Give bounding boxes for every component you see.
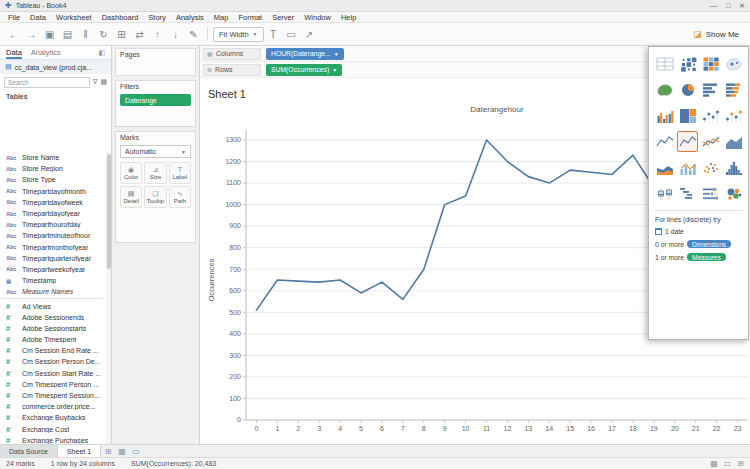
view-options-icon[interactable]: ▦ — [100, 78, 107, 86]
field-timepartquarterofyear[interactable]: AbcTimepartquarterofyear — [0, 253, 106, 264]
pause-auto-updates-button[interactable]: ‖ — [77, 26, 94, 43]
marks-label-button[interactable]: TLabel — [169, 162, 191, 184]
menu-file[interactable]: File — [3, 13, 25, 22]
show-mark-labels-button[interactable]: T — [265, 26, 282, 43]
showme-side-by-side-circles[interactable] — [723, 105, 744, 126]
marks-detail-button[interactable]: ▤Detail — [120, 186, 142, 208]
showme-heat-maps[interactable] — [677, 53, 698, 74]
field-timepartdayofmonth[interactable]: AbcTimepartdayofmonth — [0, 186, 106, 197]
show-filmstrip-icon[interactable]: ▭ — [724, 459, 732, 468]
marks-color-button[interactable]: ◉Color — [120, 162, 142, 184]
showme-treemaps[interactable] — [677, 105, 698, 126]
search-input[interactable] — [4, 77, 90, 88]
showme-dual-lines[interactable] — [700, 131, 721, 152]
mark-type-dropdown[interactable]: Automatic ▼ — [120, 145, 191, 158]
marks-path-button[interactable]: ∿Path — [169, 186, 191, 208]
pill-hour-daterange[interactable]: HOUR(Daterange... ▼ — [266, 48, 344, 60]
showme-lines-discrete[interactable] — [677, 131, 698, 152]
field-exchange-buybacks[interactable]: #Exchange Buybacks — [0, 412, 106, 423]
save-button[interactable]: ▣ — [41, 26, 58, 43]
menu-analysis[interactable]: Analysis — [171, 13, 209, 22]
scrollbar-thumb[interactable] — [107, 154, 111, 269]
menu-server[interactable]: Server — [267, 13, 299, 22]
show-me-button[interactable]: ◪ Show Me — [687, 27, 745, 41]
filter-funnel-icon[interactable]: ∇ — [93, 78, 98, 86]
field-store-region[interactable]: AbcStore Region — [0, 163, 106, 174]
field-timeparthourofday[interactable]: AbcTimeparthourofday — [0, 219, 106, 230]
menu-map[interactable]: Map — [209, 13, 234, 22]
share-button[interactable]: ↗ — [301, 26, 318, 43]
tab-analytics[interactable]: Analytics — [31, 46, 61, 59]
showme-highlight-tables[interactable] — [700, 53, 721, 74]
marks-tooltip-button[interactable]: ❏Tooltip — [144, 186, 166, 208]
showme-text-tables[interactable] — [654, 53, 675, 74]
field-exchange-purchases[interactable]: #Exchange Purchases — [0, 435, 106, 444]
pages-card[interactable]: Pages — [115, 48, 196, 76]
field-list-scrollbar[interactable] — [106, 152, 111, 444]
showme-stacked-bars[interactable] — [723, 79, 744, 100]
field-measure-names[interactable]: AbcMeasure Names — [0, 286, 106, 297]
datasource-row[interactable]: ▤ cc_data_view (prod.cja... — [0, 60, 111, 74]
tab-data-source[interactable]: Data Source — [0, 445, 58, 457]
show-sheet-sorter-icon[interactable]: ⊞ — [737, 459, 744, 468]
menu-dashboard[interactable]: Dashboard — [97, 13, 144, 22]
maximize-button[interactable]: □ — [726, 2, 730, 10]
field-adobe-timespent[interactable]: #Adobe Timespent — [0, 334, 106, 345]
menu-format[interactable]: Format — [233, 13, 267, 22]
sort-ascending-button[interactable]: ↑ — [149, 26, 166, 43]
field-timepartweekofyear[interactable]: AbcTimepartweekofyear — [0, 264, 106, 275]
fit-selector[interactable]: Fit Width ▼ — [213, 27, 264, 42]
show-tabs-icon[interactable]: ▦ — [710, 459, 718, 468]
field-timepartmonthofyear[interactable]: AbcTimepartmonthofyear — [0, 242, 106, 253]
field-cm-timespent-person[interactable]: #Cm Timespent Person ... — [0, 379, 106, 390]
showme-dual-combination[interactable] — [677, 157, 698, 178]
menu-worksheet[interactable]: Worksheet — [51, 13, 97, 22]
minimize-button[interactable]: — — [710, 2, 717, 10]
tab-sheet-1[interactable]: Sheet 1 — [58, 445, 101, 457]
showme-gantt[interactable] — [677, 183, 698, 204]
showme-histogram[interactable] — [723, 157, 744, 178]
new-story-icon[interactable]: ▭ — [129, 445, 143, 457]
highlight-button[interactable]: ✎ — [185, 26, 202, 43]
field-timepartminuteofhour[interactable]: AbcTimepartminuteofhour — [0, 230, 106, 241]
field-store-name[interactable]: AbcStore Name — [0, 152, 106, 163]
add-data-source-button[interactable]: ▤ — [59, 26, 76, 43]
field-timestamp[interactable]: ▦Timestamp — [0, 275, 106, 286]
run-auto-updates-button[interactable]: ↻ — [95, 26, 112, 43]
filter-pill-daterange[interactable]: Daterange — [120, 94, 191, 106]
new-worksheet-button[interactable]: ⊞ — [113, 26, 130, 43]
showme-filled-maps[interactable] — [654, 79, 675, 100]
presentation-mode-button[interactable]: ▭ — [283, 26, 300, 43]
close-button[interactable]: ✕ — [739, 2, 745, 10]
sort-descending-button[interactable]: ↓ — [167, 26, 184, 43]
menu-story[interactable]: Story — [143, 13, 171, 22]
swap-rows-columns-button[interactable]: ⇄ — [131, 26, 148, 43]
field-cm-session-end-rate[interactable]: #Cm Session End Rate ... — [0, 345, 106, 356]
field-exchange-cost[interactable]: #Exchange Cost — [0, 424, 106, 435]
menu-help[interactable]: Help — [336, 13, 361, 22]
showme-packed-bubbles[interactable] — [723, 183, 744, 204]
showme-symbol-maps[interactable] — [723, 53, 744, 74]
redo-button[interactable]: → — [23, 26, 40, 43]
field-cm-session-person-de[interactable]: #Cm Session Person De... — [0, 356, 106, 367]
field-store-type[interactable]: AbcStore Type — [0, 174, 106, 185]
showme-side-by-side-bars[interactable] — [654, 105, 675, 126]
collapse-pane-icon[interactable]: ◧ — [98, 49, 105, 57]
showme-area-charts-continuous[interactable] — [723, 131, 744, 152]
menu-window[interactable]: Window — [299, 13, 336, 22]
filters-card[interactable]: Filters Daterange — [115, 80, 196, 127]
showme-bullet-graphs[interactable] — [700, 183, 721, 204]
showme-area-charts-discrete[interactable] — [654, 157, 675, 178]
showme-pie-charts[interactable] — [677, 79, 698, 100]
showme-lines-continuous[interactable] — [654, 131, 675, 152]
field-timepartdayofweek[interactable]: AbcTimepartdayofweek — [0, 197, 106, 208]
showme-horizontal-bars[interactable] — [700, 79, 721, 100]
field-cm-timespent-session[interactable]: #Cm Timespent Session... — [0, 390, 106, 401]
showme-scatter-plots[interactable] — [700, 157, 721, 178]
menu-data[interactable]: Data — [25, 13, 51, 22]
marks-size-button[interactable]: ⊿Size — [144, 162, 166, 184]
field-timepartdayofyear[interactable]: AbcTimepartdayofyear — [0, 208, 106, 219]
field-ad-views[interactable]: #Ad Views — [0, 300, 106, 311]
showme-circle-views[interactable] — [700, 105, 721, 126]
field-cm-session-start-rate[interactable]: #Cm Session Start Rate ... — [0, 368, 106, 379]
